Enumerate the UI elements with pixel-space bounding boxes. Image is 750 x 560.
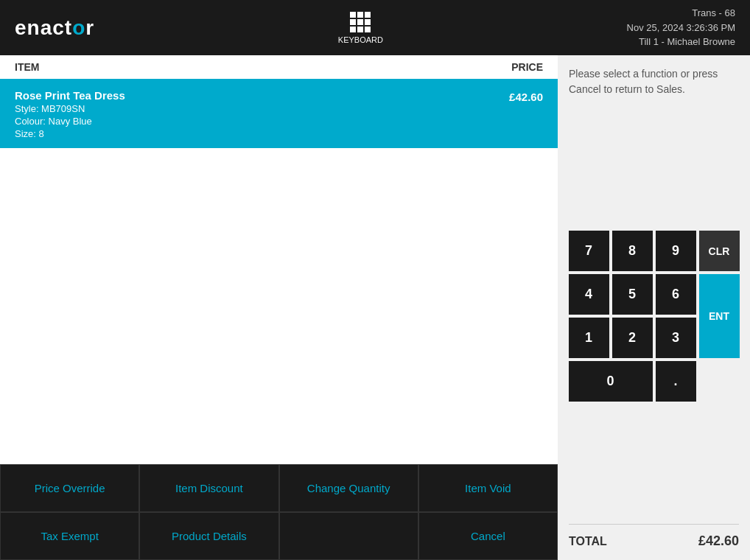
numpad-ent[interactable]: ENT: [699, 274, 740, 358]
keyboard-button[interactable]: KEYBOARD: [338, 12, 383, 44]
left-panel: ITEM PRICE Rose Print Tea Dress Style: M…: [0, 55, 558, 560]
numpad-dot[interactable]: .: [656, 361, 696, 402]
cancel-button[interactable]: Cancel: [418, 512, 558, 560]
content-area: [0, 148, 558, 464]
trans-id: Trans - 68: [627, 6, 735, 21]
trans-date: Nov 25, 2024 3:26:36 PM: [627, 21, 735, 35]
numpad-8[interactable]: 8: [612, 231, 653, 271]
numpad-1[interactable]: 1: [569, 318, 609, 358]
bottom-buttons: Price Override Item Discount Change Quan…: [0, 464, 558, 560]
item-void-button[interactable]: Item Void: [418, 464, 558, 512]
item-size: Size: 8: [15, 128, 125, 139]
numpad-7[interactable]: 7: [569, 231, 609, 271]
logo: enactor: [15, 16, 94, 40]
product-details-button[interactable]: Product Details: [139, 512, 278, 560]
numpad-4[interactable]: 4: [569, 274, 609, 315]
item-price: £42.60: [509, 89, 543, 103]
numpad-area: 7 8 9 CLR 4 5 6 ENT 1 2 3 0 .: [569, 108, 739, 524]
button-row-2: Tax Exempt Product Details Cancel: [0, 512, 558, 560]
total-amount: £42.60: [698, 533, 739, 549]
total-section: TOTAL £42.60: [569, 524, 739, 549]
item-name: Rose Print Tea Dress: [15, 89, 125, 102]
numpad-0[interactable]: 0: [569, 361, 653, 402]
main-layout: ITEM PRICE Rose Print Tea Dress Style: M…: [0, 55, 750, 560]
item-details: Rose Print Tea Dress Style: MB709SN Colo…: [15, 89, 125, 139]
numpad-6[interactable]: 6: [656, 274, 696, 315]
keyboard-label: KEYBOARD: [338, 35, 383, 44]
item-row: Rose Print Tea Dress Style: MB709SN Colo…: [0, 80, 558, 148]
keyboard-icon: [350, 12, 371, 32]
numpad: 7 8 9 CLR 4 5 6 ENT 1 2 3 0 .: [569, 231, 740, 402]
total-label: TOTAL: [569, 535, 607, 548]
trans-till: Till 1 - Michael Browne: [627, 35, 735, 49]
numpad-5[interactable]: 5: [612, 274, 653, 315]
prompt-text: Please select a function or press Cancel…: [569, 66, 739, 97]
right-panel: Please select a function or press Cancel…: [558, 55, 750, 560]
numpad-9[interactable]: 9: [656, 231, 696, 271]
numpad-3[interactable]: 3: [656, 318, 696, 358]
table-header: ITEM PRICE: [0, 55, 558, 80]
transaction-info: Trans - 68 Nov 25, 2024 3:26:36 PM Till …: [627, 6, 735, 49]
change-quantity-button[interactable]: Change Quantity: [279, 464, 418, 512]
empty-button: [279, 512, 418, 560]
item-style: Style: MB709SN: [15, 103, 125, 114]
col-item-header: ITEM: [15, 61, 39, 73]
col-price-header: PRICE: [511, 61, 543, 73]
price-override-button[interactable]: Price Override: [0, 464, 139, 512]
logo-highlight: o: [72, 16, 85, 39]
item-colour: Colour: Navy Blue: [15, 116, 125, 127]
header: enactor KEYBOARD Trans - 68 Nov 25, 2024…: [0, 0, 750, 55]
tax-exempt-button[interactable]: Tax Exempt: [0, 512, 139, 560]
item-discount-button[interactable]: Item Discount: [139, 464, 278, 512]
button-row-1: Price Override Item Discount Change Quan…: [0, 464, 558, 512]
numpad-2[interactable]: 2: [612, 318, 653, 358]
numpad-clr[interactable]: CLR: [699, 231, 740, 271]
